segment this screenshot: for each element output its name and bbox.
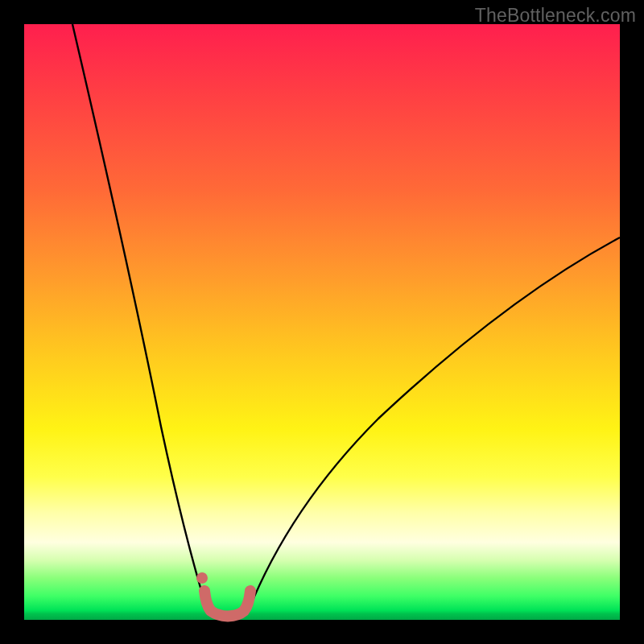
chart-frame: TheBottleneck.com [0,0,644,644]
curve-right-branch [248,237,620,612]
valley-dot-icon [196,572,208,584]
valley-marker [204,591,250,617]
curve-left-branch [72,24,208,612]
plot-area [24,24,620,620]
watermark-text: TheBottleneck.com [475,5,636,27]
curve-layer [24,24,620,620]
